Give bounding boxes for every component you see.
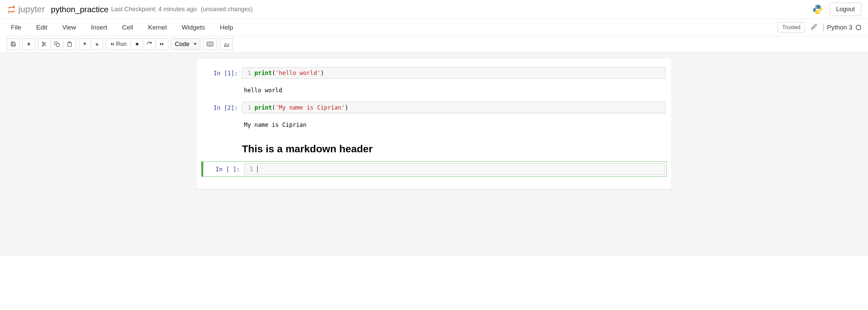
svg-marker-18 <box>160 43 162 45</box>
trusted-indicator[interactable]: Trusted <box>778 22 805 33</box>
menu-view[interactable]: View <box>55 19 83 36</box>
arrow-down-icon <box>95 42 99 46</box>
code-content: print('My name is Ciprian') <box>254 104 348 111</box>
cut-button[interactable] <box>38 38 51 50</box>
paste-button[interactable] <box>63 38 76 50</box>
svg-point-22 <box>209 43 209 43</box>
kernel-status-icon <box>856 25 861 30</box>
menu-help[interactable]: Help <box>212 19 241 36</box>
run-icon <box>110 42 114 46</box>
chart-button[interactable] <box>220 38 233 50</box>
svg-line-10 <box>43 43 44 44</box>
line-number: 1 <box>247 166 257 173</box>
menu-cell[interactable]: Cell <box>115 19 141 36</box>
output-text: hello world <box>242 83 665 97</box>
svg-point-26 <box>212 44 212 44</box>
line-number: 1 <box>245 104 254 111</box>
svg-point-3 <box>818 12 819 13</box>
cut-icon <box>42 41 47 47</box>
cursor <box>257 166 258 173</box>
output-prompt <box>203 83 242 97</box>
checkpoint-status: Last Checkpoint: 4 minutes ago <box>111 6 197 13</box>
svg-point-0 <box>13 5 15 7</box>
code-content: print('hello world') <box>254 70 324 76</box>
markdown-header: This is a markdown header <box>242 143 667 155</box>
paste-icon <box>67 41 72 47</box>
add-cell-button[interactable] <box>22 38 35 50</box>
run-button[interactable]: Run <box>106 38 131 50</box>
menubar: File Edit View Insert Cell Kernel Widget… <box>0 19 868 36</box>
svg-rect-16 <box>113 43 114 45</box>
jupyter-logo-text: jupyter <box>18 4 45 15</box>
restart-run-all-button[interactable] <box>156 38 168 50</box>
jupyter-logo[interactable]: jupyter <box>7 4 45 15</box>
svg-marker-15 <box>111 43 113 45</box>
output-prompt <box>203 118 242 132</box>
notebook-name[interactable]: python_practice <box>51 5 108 14</box>
save-button[interactable] <box>7 38 20 50</box>
code-input-area[interactable]: 1 print('hello world') <box>242 67 665 79</box>
code-cell-selected[interactable]: In [ ]: 1 <box>201 161 667 177</box>
divider <box>823 23 824 32</box>
toolbar: Run Code <box>0 36 868 52</box>
line-number: 1 <box>245 70 254 76</box>
save-icon <box>11 41 16 47</box>
svg-point-7 <box>42 45 44 46</box>
restart-button[interactable] <box>143 38 156 50</box>
copy-button[interactable] <box>51 38 63 50</box>
kernel-name[interactable]: Python 3 <box>827 24 852 31</box>
menu-file[interactable]: File <box>7 19 29 36</box>
menu-insert[interactable]: Insert <box>83 19 115 36</box>
notebook-header: jupyter python_practice Last Checkpoint:… <box>0 0 868 19</box>
code-cell[interactable]: In [2]: 1 print('My name is Ciprian') <box>201 100 667 115</box>
command-palette-button[interactable] <box>203 38 217 50</box>
input-prompt: In [1]: <box>203 67 242 79</box>
plus-icon <box>26 41 32 47</box>
code-input-area[interactable]: 1 <box>244 163 665 175</box>
svg-point-6 <box>42 42 44 43</box>
notebook-container: In [1]: 1 print('hello world') hello wor… <box>196 59 672 189</box>
interrupt-button[interactable] <box>131 38 143 50</box>
code-input-area[interactable]: 1 print('My name is Ciprian') <box>242 102 665 113</box>
jupyter-icon <box>7 5 16 14</box>
svg-point-25 <box>208 44 208 44</box>
move-up-button[interactable] <box>79 38 91 50</box>
cell-type-select[interactable]: Code <box>171 38 200 50</box>
arrow-up-icon <box>82 42 87 46</box>
svg-rect-11 <box>56 43 59 46</box>
copy-icon <box>54 41 60 47</box>
svg-rect-12 <box>69 42 70 43</box>
restart-icon <box>147 41 152 47</box>
logout-button[interactable]: Logout <box>830 3 861 16</box>
menu-edit[interactable]: Edit <box>29 19 55 36</box>
input-prompt: In [2]: <box>203 102 242 113</box>
svg-point-1 <box>8 12 10 14</box>
menu-kernel[interactable]: Kernel <box>140 19 174 36</box>
bar-chart-icon <box>224 41 229 47</box>
output-cell: hello world <box>201 82 667 98</box>
python-icon <box>812 4 824 15</box>
menu-widgets[interactable]: Widgets <box>174 19 212 36</box>
stop-icon <box>135 42 139 46</box>
svg-line-9 <box>45 45 46 46</box>
notebook-background: In [1]: 1 print('hello world') hello wor… <box>0 52 868 256</box>
fast-forward-icon <box>159 42 165 46</box>
keyboard-icon <box>207 42 213 46</box>
svg-point-21 <box>208 43 208 43</box>
unsaved-status: (unsaved changes) <box>201 6 253 13</box>
markdown-cell[interactable]: This is a markdown header <box>201 143 667 155</box>
output-cell: My name is Ciprian <box>201 117 667 133</box>
svg-marker-19 <box>162 43 164 45</box>
svg-point-24 <box>211 43 212 43</box>
svg-rect-17 <box>136 43 138 45</box>
svg-point-23 <box>210 43 211 43</box>
run-label: Run <box>116 41 127 47</box>
move-down-button[interactable] <box>91 38 103 50</box>
code-cell[interactable]: In [1]: 1 print('hello world') <box>201 66 667 80</box>
output-text: My name is Ciprian <box>242 118 665 132</box>
edit-icon[interactable] <box>808 24 820 31</box>
svg-point-2 <box>816 6 817 7</box>
code-content <box>257 166 258 173</box>
input-prompt: In [ ]: <box>205 163 244 175</box>
